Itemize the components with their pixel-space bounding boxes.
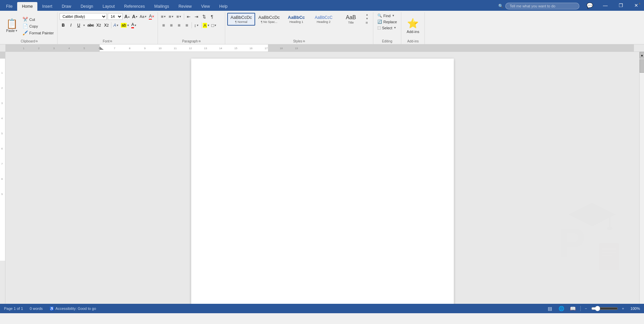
ruler-main[interactable]: 1 2 3 4 5 6 7 8 9 10 11 12 13 14 15 16 1… (5, 44, 634, 52)
text-effects-button[interactable]: A▼ (112, 22, 120, 29)
increase-indent-button[interactable]: ⇥ (193, 13, 200, 20)
styles-scroll-up[interactable]: ▲ (365, 13, 369, 17)
ribbon-collapse-button[interactable]: ▲ (638, 1, 641, 5)
find-button[interactable]: 🔍 Find ▼ (375, 13, 397, 19)
restore-button[interactable]: ❐ (613, 0, 629, 11)
tab-help[interactable]: Help (214, 2, 232, 11)
tab-draw[interactable]: Draw (57, 2, 76, 11)
superscript-button[interactable]: X2 (103, 22, 110, 29)
editing-group: 🔍 Find ▼ 🔄 Replace ⬚ Select ▼ Editing (373, 12, 401, 44)
underline-button[interactable]: U (75, 22, 82, 29)
svg-text:5: 5 (83, 47, 85, 50)
view-web-layout[interactable]: 🌐 (557, 305, 565, 312)
style-heading2[interactable]: AaBbCcC Heading 2 (310, 14, 337, 25)
find-dropdown-icon: ▼ (392, 14, 395, 17)
ribbon-search-input[interactable] (505, 3, 579, 9)
format-painter-button[interactable]: 🖌️ Format Painter (21, 30, 55, 36)
vertical-ruler-svg: 1 2 3 4 5 6 7 8 9 (0, 52, 5, 288)
underline-dropdown[interactable]: ▼ (83, 24, 86, 27)
shrink-font-button[interactable]: A▼ (131, 13, 139, 20)
svg-text:2: 2 (1, 87, 3, 89)
highlight-button[interactable]: ab▼ (120, 22, 130, 29)
cut-button[interactable]: ✂️ Cut (21, 16, 55, 23)
tab-design[interactable]: Design (76, 2, 98, 11)
copy-button[interactable]: 📄 Copy (21, 23, 55, 29)
tab-file[interactable]: File (1, 2, 17, 11)
justify-button[interactable]: ≡ (183, 22, 191, 29)
change-case-button[interactable]: Aa▼ (140, 13, 147, 20)
styles-more[interactable]: ⊞ (365, 21, 369, 25)
grow-font-button[interactable]: A▲ (124, 13, 131, 20)
para-bottom-row: ≡ ≡ ≡ ≡ ↕▼ A▼ □▼ (160, 22, 218, 29)
tab-layout[interactable]: Layout (98, 2, 120, 11)
close-button[interactable]: ✕ (629, 0, 644, 11)
tab-home[interactable]: Home (17, 2, 37, 11)
editing-group-label: Editing (375, 39, 399, 44)
font-name-select[interactable]: Calibri (Body) (60, 13, 107, 20)
select-icon: ⬚ (377, 26, 381, 30)
multilevel-list-button[interactable]: ≡▼ (175, 13, 183, 20)
zoom-out-icon[interactable]: − (585, 306, 587, 311)
document-area[interactable]: P (5, 52, 639, 304)
addins-group: ⭐ Add-ins Add-ins (401, 12, 425, 44)
replace-button[interactable]: 🔄 Replace (375, 19, 399, 25)
font-color-button[interactable]: A▼ (130, 22, 138, 29)
zoom-slider[interactable] (591, 306, 618, 311)
minimize-button[interactable]: — (598, 0, 613, 11)
tab-review[interactable]: Review (174, 2, 196, 11)
font-expand-icon[interactable]: ⧉ (110, 40, 112, 43)
font-name-row: Calibri (Body) 14 A▲ A▼ Aa▼ A✕ (60, 13, 156, 20)
line-spacing-button[interactable]: ↕▼ (193, 22, 200, 29)
divider (111, 22, 111, 28)
borders-button[interactable]: □▼ (210, 22, 218, 29)
subscript-button[interactable]: X2 (95, 22, 102, 29)
addins-icon: ⭐ (407, 18, 419, 29)
style-no-spacing[interactable]: AaBbCcDc ¶ No Spac... (256, 13, 282, 25)
decrease-indent-button[interactable]: ⇤ (185, 13, 193, 20)
vertical-scrollbar[interactable]: ▲ (639, 52, 644, 304)
paste-dropdown-icon: ▼ (15, 29, 18, 32)
select-button[interactable]: ⬚ Select ▼ (375, 25, 399, 31)
tab-view[interactable]: View (197, 2, 215, 11)
paragraph-expand-icon[interactable]: ⧉ (199, 40, 201, 43)
addins-button[interactable]: ⭐ Add-ins (403, 18, 422, 34)
svg-text:9: 9 (1, 193, 3, 195)
svg-text:15: 15 (234, 47, 237, 50)
strikethrough-button[interactable]: abc (87, 22, 95, 29)
italic-button[interactable]: I (67, 22, 75, 29)
svg-rect-23 (0, 59, 5, 261)
align-center-button[interactable]: ≡ (168, 22, 175, 29)
tab-mailings[interactable]: Mailings (149, 2, 174, 11)
style-title[interactable]: AaB Title (337, 13, 364, 26)
font-size-select[interactable]: 14 (108, 13, 123, 20)
bold-button[interactable]: B (60, 22, 67, 29)
scroll-thumb[interactable] (640, 59, 644, 73)
align-right-button[interactable]: ≡ (175, 22, 183, 29)
numbering-button[interactable]: ≡▼ (168, 13, 175, 20)
shading-button[interactable]: A▼ (203, 22, 210, 29)
comment-button[interactable]: 💬 (582, 0, 598, 11)
styles-expand-icon[interactable]: ⧉ (303, 40, 305, 43)
document-page[interactable] (191, 59, 454, 304)
show-marks-button[interactable]: ¶ (208, 13, 216, 20)
style-normal[interactable]: AaBbCcDc ¶ Normal (227, 13, 256, 26)
paste-button[interactable]: 📋 Paste ▼ (3, 18, 21, 34)
style-heading1[interactable]: AaBbCc Heading 1 (283, 13, 310, 25)
clipboard-expand-icon[interactable]: ⧉ (36, 40, 38, 43)
tab-insert[interactable]: Insert (37, 2, 57, 11)
tab-references[interactable]: References (120, 2, 149, 11)
format-painter-icon: 🖌️ (23, 30, 28, 35)
ribbon-toolbar: 📋 Paste ▼ ✂️ Cut 📄 Copy 🖌️ Format Painte (0, 11, 644, 44)
view-print-layout[interactable]: ▤ (546, 305, 553, 312)
styles-scroll-down[interactable]: ▼ (365, 17, 369, 21)
divider (184, 13, 184, 20)
clear-format-button[interactable]: A✕ (148, 13, 156, 20)
zoom-in-icon[interactable]: + (622, 306, 624, 311)
sort-button[interactable]: ⇅ (201, 13, 208, 20)
view-read-mode[interactable]: 📖 (569, 305, 576, 312)
bullets-button[interactable]: ≡▼ (160, 13, 167, 20)
scroll-up-button[interactable]: ▲ (640, 52, 644, 59)
align-left-button[interactable]: ≡ (160, 22, 167, 29)
font-group: Calibri (Body) 14 A▲ A▼ Aa▼ A✕ B I (58, 12, 158, 44)
copy-icon: 📄 (23, 24, 28, 29)
